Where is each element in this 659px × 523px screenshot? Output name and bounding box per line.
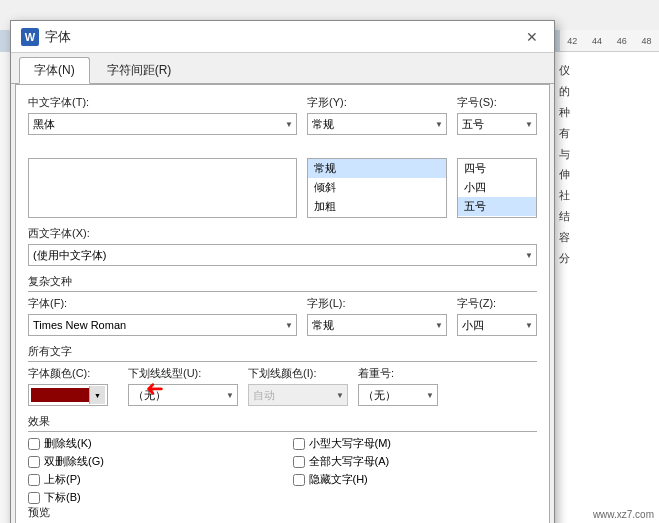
double-strikethrough-checkbox[interactable] [28, 456, 40, 468]
complex-size-label: 字号(Z): [457, 296, 537, 311]
doc-side-text: 仪的种有与伸社结容分 [559, 60, 655, 269]
chinese-font-listbox[interactable] [28, 158, 297, 218]
style-select[interactable]: 常规 [307, 113, 447, 135]
effects-grid: 删除线(K) 小型大写字母(M) 双删除线(G) 全部大写字母(A) 上标(P)… [28, 436, 537, 505]
style-item-regular[interactable]: 常规 [308, 159, 446, 178]
size-listbox[interactable]: 四号 小四 五号 [457, 158, 537, 218]
dialog-title-left: W 字体 [21, 28, 71, 46]
font-color-picker[interactable]: ▼ [28, 384, 108, 406]
size-group: 字号(S): 五号 [457, 95, 537, 135]
chinese-font-select[interactable]: 黑体 [28, 113, 297, 135]
size-select[interactable]: 五号 [457, 113, 537, 135]
complex-font-select-wrapper: Times New Roman [28, 314, 297, 336]
underline-type-select-wrapper: （无） [128, 384, 238, 406]
subscript-label: 下标(B) [44, 490, 81, 505]
superscript-label: 上标(P) [44, 472, 81, 487]
effect-strikethrough: 删除线(K) [28, 436, 273, 451]
effect-all-caps: 全部大写字母(A) [293, 454, 538, 469]
tab-spacing[interactable]: 字符间距(R) [92, 57, 187, 83]
effects-section-label: 效果 [28, 414, 537, 432]
all-caps-checkbox[interactable] [293, 456, 305, 468]
doc-side-content: 仪的种有与伸社结容分 [554, 52, 659, 523]
complex-style-label: 字形(L): [307, 296, 447, 311]
chinese-font-list-group: x [28, 143, 297, 218]
emphasis-select[interactable]: （无） [358, 384, 438, 406]
font-color-arrow: ▼ [89, 386, 105, 404]
effect-small-caps: 小型大写字母(M) [293, 436, 538, 451]
complex-size-select[interactable]: 小四 [457, 314, 537, 336]
complex-font-label: 字体(F): [28, 296, 297, 311]
dialog-tabs: 字体(N) 字符间距(R) [11, 53, 554, 84]
subscript-checkbox[interactable] [28, 492, 40, 504]
western-font-label: 西文字体(X): [28, 226, 537, 241]
complex-font-select[interactable]: Times New Roman [28, 314, 297, 336]
hidden-label: 隐藏文字(H) [309, 472, 368, 487]
double-strikethrough-label: 双删除线(G) [44, 454, 104, 469]
font-color-label: 字体颜色(C): [28, 366, 118, 381]
underline-color-group: 下划线颜色(I): 自动 [248, 366, 348, 406]
complex-style-select-wrapper: 常规 [307, 314, 447, 336]
preview-label: 预览 [28, 505, 537, 520]
superscript-checkbox[interactable] [28, 474, 40, 486]
strikethrough-label: 删除线(K) [44, 436, 92, 451]
small-caps-label: 小型大写字母(M) [309, 436, 392, 451]
style-item-bold[interactable]: 加粗 [308, 197, 446, 216]
size-list-group: x 四号 小四 五号 [457, 143, 537, 218]
emphasis-select-wrapper: （无） [358, 384, 438, 406]
complex-script-row: 字体(F): Times New Roman 字形(L): 常规 字号(Z): [28, 296, 537, 336]
hidden-checkbox[interactable] [293, 474, 305, 486]
size-item-5[interactable]: 五号 [458, 197, 536, 216]
all-text-row: 字体颜色(C): ▼ 下划线线型(U): （无） 下划线颜色(I): [28, 366, 537, 406]
style-select-wrapper: 常规 [307, 113, 447, 135]
all-caps-label: 全部大写字母(A) [309, 454, 390, 469]
font-row-1: 中文字体(T): 黑体 字形(Y): 常规 字号(S): [28, 95, 537, 135]
style-listbox[interactable]: 常规 倾斜 加粗 [307, 158, 447, 218]
all-text-section-label: 所有文字 [28, 344, 537, 362]
dialog-body: 中文字体(T): 黑体 字形(Y): 常规 字号(S): [15, 84, 550, 523]
western-font-select-wrapper: (使用中文字体) [28, 244, 537, 266]
font-color-swatch [31, 388, 89, 402]
western-font-row: 西文字体(X): (使用中文字体) [28, 226, 537, 266]
style-item-italic[interactable]: 倾斜 [308, 178, 446, 197]
chinese-font-label: 中文字体(T): [28, 95, 297, 110]
complex-script-section-label: 复杂文种 [28, 274, 537, 292]
close-button[interactable]: ✕ [520, 25, 544, 49]
underline-color-select-wrapper: 自动 [248, 384, 348, 406]
dialog-titlebar: W 字体 ✕ [11, 21, 554, 53]
effect-superscript: 上标(P) [28, 472, 273, 487]
chinese-font-group: 中文字体(T): 黑体 [28, 95, 297, 135]
watermark: www.xz7.com [590, 508, 657, 521]
underline-type-group: 下划线线型(U): （无） [128, 366, 238, 406]
size-item-4[interactable]: 四号 [458, 159, 536, 178]
tab-font[interactable]: 字体(N) [19, 57, 90, 84]
effect-subscript: 下标(B) [28, 490, 273, 505]
style-label: 字形(Y): [307, 95, 447, 110]
style-list-group: x 常规 倾斜 加粗 [307, 143, 447, 218]
style-group: 字形(Y): 常规 [307, 95, 447, 135]
small-caps-checkbox[interactable] [293, 438, 305, 450]
arrow-annotation: ➜ [146, 376, 164, 402]
complex-style-select[interactable]: 常规 [307, 314, 447, 336]
emphasis-label: 着重号: [358, 366, 438, 381]
strikethrough-checkbox[interactable] [28, 438, 40, 450]
size-label: 字号(S): [457, 95, 537, 110]
underline-type-label: 下划线线型(U): [128, 366, 238, 381]
chinese-font-select-wrapper: 黑体 [28, 113, 297, 135]
listbox-row: x x 常规 倾斜 加粗 x 四号 小四 五号 [28, 143, 537, 218]
complex-style-group: 字形(L): 常规 [307, 296, 447, 336]
dialog-title-text: 字体 [45, 28, 71, 46]
font-dialog: W 字体 ✕ 字体(N) 字符间距(R) 中文字体(T): 黑体 字形(Y): [10, 20, 555, 523]
complex-size-select-wrapper: 小四 [457, 314, 537, 336]
ruler-right: 42 44 46 48 [560, 30, 659, 52]
western-font-select[interactable]: (使用中文字体) [28, 244, 537, 266]
complex-size-group: 字号(Z): 小四 [457, 296, 537, 336]
underline-color-select[interactable]: 自动 [248, 384, 348, 406]
word-icon: W [21, 28, 39, 46]
underline-type-select[interactable]: （无） [128, 384, 238, 406]
size-item-x4[interactable]: 小四 [458, 178, 536, 197]
font-color-group: 字体颜色(C): ▼ [28, 366, 118, 406]
effect-double-strikethrough: 双删除线(G) [28, 454, 273, 469]
underline-color-label: 下划线颜色(I): [248, 366, 348, 381]
western-font-group: 西文字体(X): (使用中文字体) [28, 226, 537, 266]
effect-hidden: 隐藏文字(H) [293, 472, 538, 487]
